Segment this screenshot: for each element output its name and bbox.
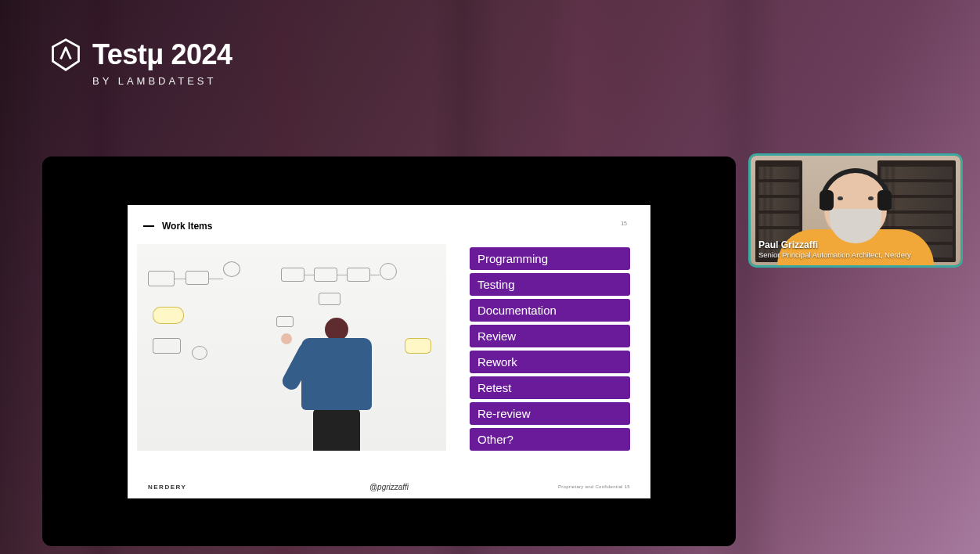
slide-title: Work Items: [162, 221, 212, 232]
slide-footer-confidential: Proprietary and Confidential 15: [558, 484, 630, 489]
slide-page-number-top: 15: [621, 221, 627, 226]
event-name: Testμ 2024: [92, 38, 232, 71]
slide: Work Items 15: [128, 205, 650, 498]
work-item: Documentation: [470, 299, 630, 322]
work-item: Retest: [470, 376, 630, 399]
work-item: Re-review: [470, 402, 630, 425]
slide-footer-handle: @pgrizzaffi: [369, 483, 409, 491]
work-item: Rework: [470, 351, 630, 373]
speaker-camera-window: Paul Grizzaffi Senior Principal Automati…: [748, 153, 963, 268]
event-branding: Testμ 2024 BY LAMBDATEST: [49, 38, 232, 87]
slide-image-whiteboard: [137, 244, 446, 451]
work-item: Other?: [470, 428, 630, 451]
lambdatest-logo-icon: [49, 38, 83, 72]
work-item: Review: [470, 325, 630, 347]
work-item: Programming: [470, 247, 630, 270]
presentation-window: Work Items 15: [42, 156, 736, 546]
slide-footer-brand: NERDERY: [148, 484, 186, 491]
work-items-list: Programming Testing Documentation Review…: [470, 244, 630, 475]
slide-title-dash: [143, 225, 154, 227]
speaker-role: Senior Principal Automation Architect, N…: [758, 250, 953, 259]
event-byline: BY LAMBDATEST: [92, 75, 232, 87]
speaker-name: Paul Grizzaffi: [758, 239, 953, 250]
work-item: Testing: [470, 273, 630, 296]
